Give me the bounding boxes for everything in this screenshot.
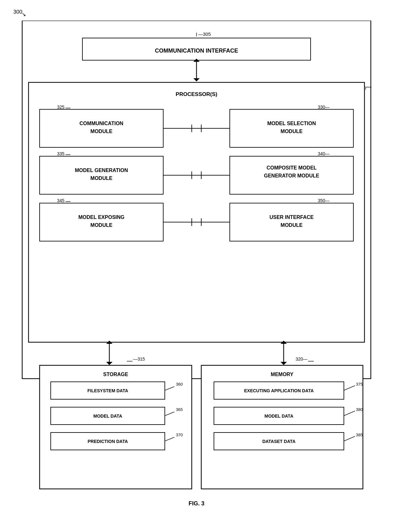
svg-rect-9 — [40, 109, 163, 147]
svg-text:MODULE: MODULE — [90, 129, 113, 134]
ref-365: 365 — [176, 407, 183, 412]
ref-315: —315 — [133, 356, 145, 362]
svg-text:MODULE: MODULE — [280, 222, 303, 228]
svg-rect-27 — [230, 203, 353, 241]
ref-380: 380 — [356, 407, 363, 412]
fig-caption: FIG. 3 — [189, 500, 204, 507]
page-container: 300 ↘ —305 COMMUNICATION INTERFACE —310 … — [0, 0, 393, 532]
prediction-data-label: PREDICTION DATA — [87, 439, 128, 444]
comm-interface-label: COMMUNICATION INTERFACE — [155, 48, 238, 54]
ref-305: —305 — [198, 31, 211, 37]
ref-340: 340— — [318, 151, 330, 156]
storage-model-data-label: MODEL DATA — [93, 413, 122, 419]
filesystem-data-label: FILESYSTEM DATA — [87, 388, 128, 393]
svg-text:GENERATOR MODULE: GENERATOR MODULE — [264, 173, 319, 178]
svg-rect-11 — [230, 109, 353, 147]
model-exposing-label: MODEL EXPOSING — [78, 215, 125, 220]
executing-app-label: EXECUTING APPLICATION DATA — [244, 388, 314, 393]
ref-330: 330— — [318, 105, 330, 110]
ref-325: 325 — [57, 105, 65, 110]
model-selection-label: MODEL SELECTION — [267, 121, 316, 126]
fig-ref-300: 300 — [13, 9, 22, 15]
svg-text:MODULE: MODULE — [90, 176, 113, 181]
ref-335: 335 — [57, 151, 65, 156]
comm-module-label: COMMUNICATION — [80, 121, 123, 126]
svg-text:MODULE: MODULE — [90, 222, 113, 228]
ref-385: 385 — [356, 433, 363, 437]
diagram-svg: —305 COMMUNICATION INTERFACE —310 PROCES… — [19, 21, 374, 515]
svg-rect-25 — [40, 203, 163, 241]
composite-model-label: COMPOSITE MODEL — [267, 165, 317, 170]
dataset-data-label: DATASET DATA — [262, 439, 296, 444]
ref-370: 370 — [176, 433, 183, 437]
ref-350: 350— — [318, 198, 330, 203]
ref-320: 320— — [296, 356, 307, 362]
processor-label: PROCESSOR(S) — [176, 91, 217, 97]
svg-text:MODULE: MODULE — [280, 129, 303, 134]
ref-345: 345 — [57, 198, 65, 203]
fig-arrow-300: ↘ — [22, 11, 26, 18]
user-interface-label: USER INTERFACE — [269, 215, 314, 220]
svg-rect-17 — [40, 156, 163, 194]
storage-title: STORAGE — [103, 372, 128, 377]
memory-model-data-label: MODEL DATA — [265, 413, 293, 419]
model-generation-label: MODEL GENERATION — [75, 168, 128, 173]
ref-375: 375 — [356, 382, 363, 387]
memory-title: MEMORY — [271, 372, 293, 377]
ref-360: 360 — [176, 382, 183, 387]
